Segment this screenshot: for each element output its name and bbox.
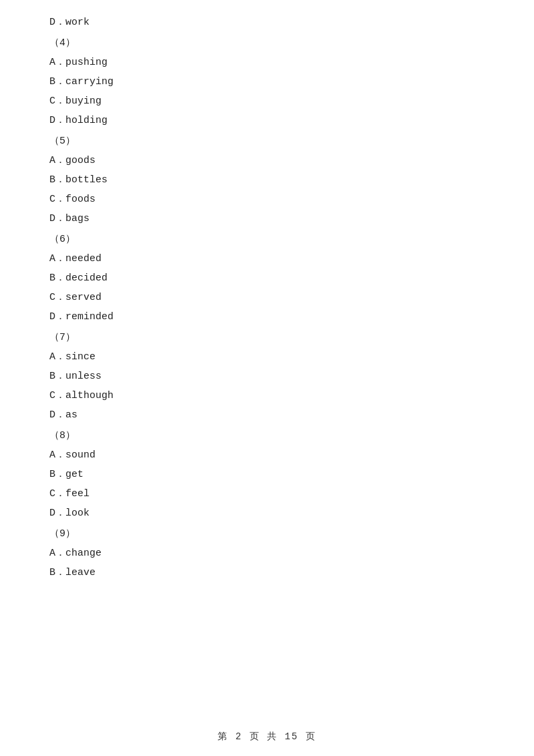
section-number: （8） — [47, 427, 487, 445]
option-item: D．bags — [47, 210, 487, 228]
option-item: D．work — [47, 13, 487, 31]
option-item: D．holding — [47, 112, 487, 130]
section-number: （6） — [47, 230, 487, 248]
option-item: A．goods — [47, 152, 487, 170]
section-number: （5） — [47, 132, 487, 150]
option-item: A．needed — [47, 250, 487, 268]
option-item: B．decided — [47, 269, 487, 287]
option-item: D．look — [47, 504, 487, 522]
section-number: （4） — [47, 34, 487, 52]
option-item: C．feel — [47, 485, 487, 503]
option-item: A．sound — [47, 446, 487, 464]
option-item: B．unless — [47, 367, 487, 385]
option-item: A．change — [47, 544, 487, 562]
option-item: C．although — [47, 387, 487, 405]
option-item: B．bottles — [47, 171, 487, 189]
main-content: D．work（4）A．pushingB．carryingC．buyingD．ho… — [0, 0, 534, 623]
option-item: C．buying — [47, 92, 487, 110]
option-item: C．served — [47, 289, 487, 307]
option-item: A．since — [47, 348, 487, 366]
option-item: B．carrying — [47, 73, 487, 91]
option-item: D．reminded — [47, 308, 487, 326]
option-item: B．leave — [47, 564, 487, 582]
option-item: A．pushing — [47, 53, 487, 71]
option-item: C．foods — [47, 190, 487, 208]
footer-text: 第 2 页 共 15 页 — [218, 731, 316, 742]
option-item: D．as — [47, 406, 487, 424]
page-footer: 第 2 页 共 15 页 — [0, 731, 534, 743]
section-number: （9） — [47, 525, 487, 543]
section-number: （7） — [47, 329, 487, 347]
option-item: B．get — [47, 465, 487, 484]
